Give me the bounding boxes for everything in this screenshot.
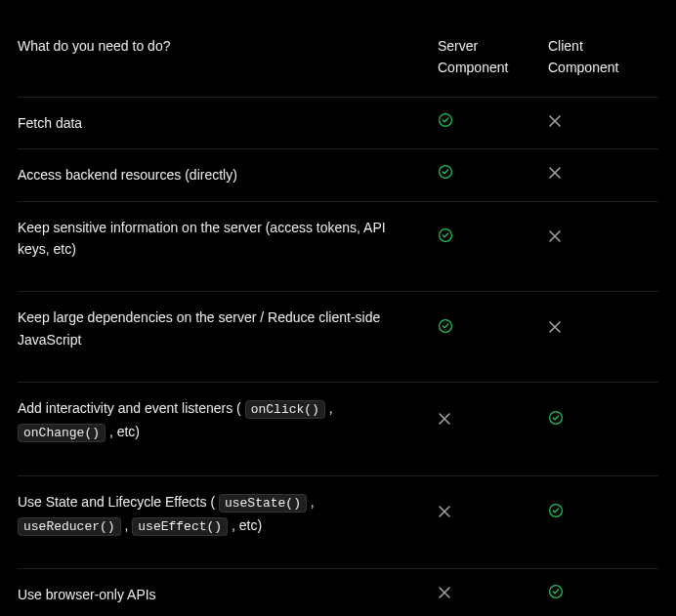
code-token: onChange(): [18, 424, 106, 442]
client-cell: [548, 149, 658, 201]
header-client: Client Component: [548, 18, 658, 97]
check-icon: [438, 318, 453, 334]
check-icon: [438, 112, 453, 128]
client-cell: [548, 475, 658, 569]
server-cell: [438, 97, 548, 148]
x-icon: [438, 412, 451, 426]
table-row: Keep sensitive information on the server…: [18, 201, 658, 292]
task-cell: Keep sensitive information on the server…: [18, 201, 438, 292]
comparison-table: What do you need to do? Server Component…: [18, 18, 658, 616]
table-row: Access backend resources (directly): [18, 149, 658, 201]
client-cell: [548, 383, 658, 476]
header-client-line2: Component: [548, 57, 651, 78]
server-cell: [438, 149, 548, 201]
check-icon: [548, 503, 564, 518]
header-client-line1: Client: [548, 35, 651, 57]
x-icon: [548, 166, 562, 180]
task-cell: Access backend resources (directly): [18, 149, 438, 201]
table-row: Keep large dependencies on the server / …: [18, 292, 658, 383]
x-icon: [438, 505, 451, 518]
server-cell: [438, 569, 548, 616]
client-cell: [548, 201, 658, 292]
x-icon: [438, 586, 451, 599]
server-cell: [438, 383, 548, 476]
table-row: Fetch data: [18, 97, 658, 148]
x-icon: [548, 114, 562, 128]
client-cell: [548, 292, 658, 383]
header-server-line2: Component: [438, 57, 540, 78]
x-icon: [548, 229, 562, 243]
server-cell: [438, 475, 548, 569]
header-server-line1: Server: [438, 35, 540, 57]
check-icon: [548, 410, 564, 426]
table-row: Use State and Lifecycle Effects ( useSta…: [18, 475, 658, 569]
client-cell: [548, 569, 658, 616]
code-token: onClick(): [245, 400, 325, 419]
server-cell: [438, 292, 548, 383]
task-cell: Use State and Lifecycle Effects ( useSta…: [18, 475, 438, 569]
code-token: useReducer(): [18, 517, 121, 536]
client-cell: [548, 97, 658, 148]
server-cell: [438, 201, 548, 292]
code-token: useState(): [219, 494, 307, 513]
check-icon: [438, 164, 453, 180]
task-cell: Fetch data: [18, 97, 438, 148]
check-icon: [438, 227, 453, 243]
task-cell: Keep large dependencies on the server / …: [18, 292, 438, 383]
x-icon: [548, 320, 562, 334]
code-token: useEffect(): [132, 517, 228, 536]
table-body: Fetch dataAccess backend resources (dire…: [18, 97, 658, 616]
table-row: Add interactivity and event listeners ( …: [18, 383, 658, 476]
header-task: What do you need to do?: [18, 18, 438, 97]
task-cell: Use browser-only APIs: [18, 569, 438, 616]
table-row: Use browser-only APIs: [18, 569, 658, 616]
header-server: Server Component: [438, 18, 548, 97]
check-icon: [548, 584, 564, 599]
task-cell: Add interactivity and event listeners ( …: [18, 383, 438, 476]
